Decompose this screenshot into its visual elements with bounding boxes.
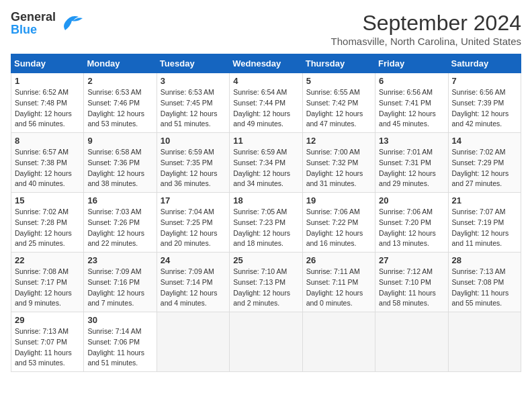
day-detail: Sunrise: 7:11 AM Sunset: 7:11 PM Dayligh… bbox=[306, 267, 371, 309]
calendar-day-cell: 16 Sunrise: 7:03 AM Sunset: 7:26 PM Dayl… bbox=[84, 193, 157, 253]
day-number: 18 bbox=[233, 195, 298, 205]
calendar-day-cell bbox=[302, 312, 375, 372]
day-number: 9 bbox=[87, 136, 152, 146]
calendar-day-header: Monday bbox=[84, 54, 157, 73]
calendar-day-cell: 15 Sunrise: 7:02 AM Sunset: 7:28 PM Dayl… bbox=[11, 193, 84, 253]
calendar-day-header: Wednesday bbox=[230, 54, 302, 73]
logo: General Blue bbox=[11, 11, 84, 36]
calendar-day-cell: 3 Sunrise: 6:53 AM Sunset: 7:45 PM Dayli… bbox=[157, 73, 229, 133]
day-detail: Sunrise: 6:58 AM Sunset: 7:36 PM Dayligh… bbox=[87, 147, 152, 189]
day-detail: Sunrise: 7:09 AM Sunset: 7:14 PM Dayligh… bbox=[161, 267, 226, 309]
calendar-day-cell: 7 Sunrise: 6:56 AM Sunset: 7:39 PM Dayli… bbox=[448, 73, 521, 133]
calendar-day-cell: 21 Sunrise: 7:07 AM Sunset: 7:19 PM Dayl… bbox=[448, 193, 521, 253]
day-number: 14 bbox=[452, 136, 517, 146]
calendar-day-cell: 19 Sunrise: 7:06 AM Sunset: 7:22 PM Dayl… bbox=[302, 193, 375, 253]
calendar-day-cell bbox=[157, 312, 229, 372]
calendar-day-header: Tuesday bbox=[157, 54, 229, 73]
day-number: 27 bbox=[379, 255, 444, 265]
calendar-day-cell: 20 Sunrise: 7:06 AM Sunset: 7:20 PM Dayl… bbox=[375, 193, 448, 253]
calendar-header-row: SundayMondayTuesdayWednesdayThursdayFrid… bbox=[11, 54, 521, 73]
calendar-day-header: Thursday bbox=[302, 54, 375, 73]
day-number: 13 bbox=[379, 136, 444, 146]
day-number: 20 bbox=[379, 195, 444, 205]
day-detail: Sunrise: 7:05 AM Sunset: 7:23 PM Dayligh… bbox=[233, 207, 298, 249]
day-number: 8 bbox=[15, 136, 80, 146]
day-detail: Sunrise: 6:56 AM Sunset: 7:41 PM Dayligh… bbox=[379, 87, 444, 130]
calendar-week-row: 8 Sunrise: 6:57 AM Sunset: 7:38 PM Dayli… bbox=[11, 133, 521, 193]
calendar-day-cell: 17 Sunrise: 7:04 AM Sunset: 7:25 PM Dayl… bbox=[157, 193, 229, 253]
day-detail: Sunrise: 6:59 AM Sunset: 7:35 PM Dayligh… bbox=[161, 147, 226, 189]
page-header: General Blue September 2024 Thomasville,… bbox=[11, 11, 521, 47]
day-number: 3 bbox=[161, 76, 226, 86]
day-detail: Sunrise: 7:08 AM Sunset: 7:17 PM Dayligh… bbox=[15, 267, 80, 309]
day-number: 7 bbox=[452, 76, 517, 86]
day-detail: Sunrise: 6:56 AM Sunset: 7:39 PM Dayligh… bbox=[452, 87, 517, 130]
day-detail: Sunrise: 7:00 AM Sunset: 7:32 PM Dayligh… bbox=[306, 147, 371, 189]
calendar-day-cell: 24 Sunrise: 7:09 AM Sunset: 7:14 PM Dayl… bbox=[157, 253, 229, 312]
day-detail: Sunrise: 6:53 AM Sunset: 7:46 PM Dayligh… bbox=[87, 87, 152, 130]
day-number: 29 bbox=[15, 315, 80, 325]
page-title: September 2024 bbox=[331, 11, 521, 36]
calendar-day-cell: 4 Sunrise: 6:54 AM Sunset: 7:44 PM Dayli… bbox=[230, 73, 302, 133]
day-detail: Sunrise: 6:57 AM Sunset: 7:38 PM Dayligh… bbox=[15, 147, 80, 189]
calendar-day-cell: 28 Sunrise: 7:13 AM Sunset: 7:08 PM Dayl… bbox=[448, 253, 521, 312]
calendar-day-cell: 11 Sunrise: 6:59 AM Sunset: 7:34 PM Dayl… bbox=[230, 133, 302, 193]
calendar-day-cell: 9 Sunrise: 6:58 AM Sunset: 7:36 PM Dayli… bbox=[84, 133, 157, 193]
day-detail: Sunrise: 7:13 AM Sunset: 7:07 PM Dayligh… bbox=[15, 326, 80, 369]
day-detail: Sunrise: 6:52 AM Sunset: 7:48 PM Dayligh… bbox=[15, 87, 80, 130]
day-detail: Sunrise: 7:06 AM Sunset: 7:20 PM Dayligh… bbox=[379, 207, 444, 249]
calendar-day-cell bbox=[230, 312, 302, 372]
day-number: 21 bbox=[452, 195, 517, 205]
day-detail: Sunrise: 6:59 AM Sunset: 7:34 PM Dayligh… bbox=[233, 147, 298, 189]
day-number: 26 bbox=[306, 255, 371, 265]
calendar-week-row: 1 Sunrise: 6:52 AM Sunset: 7:48 PM Dayli… bbox=[11, 73, 521, 133]
day-number: 24 bbox=[161, 255, 226, 265]
day-number: 5 bbox=[306, 76, 371, 86]
day-detail: Sunrise: 7:07 AM Sunset: 7:19 PM Dayligh… bbox=[452, 207, 517, 249]
day-detail: Sunrise: 7:14 AM Sunset: 7:06 PM Dayligh… bbox=[87, 326, 152, 369]
day-number: 12 bbox=[306, 136, 371, 146]
calendar-day-cell: 23 Sunrise: 7:09 AM Sunset: 7:16 PM Dayl… bbox=[84, 253, 157, 312]
calendar-day-cell: 18 Sunrise: 7:05 AM Sunset: 7:23 PM Dayl… bbox=[230, 193, 302, 253]
calendar-week-row: 29 Sunrise: 7:13 AM Sunset: 7:07 PM Dayl… bbox=[11, 312, 521, 372]
day-detail: Sunrise: 6:54 AM Sunset: 7:44 PM Dayligh… bbox=[233, 87, 298, 130]
calendar-day-header: Sunday bbox=[11, 54, 84, 73]
day-number: 10 bbox=[161, 136, 226, 146]
calendar-week-row: 22 Sunrise: 7:08 AM Sunset: 7:17 PM Dayl… bbox=[11, 253, 521, 312]
calendar-day-cell: 5 Sunrise: 6:55 AM Sunset: 7:42 PM Dayli… bbox=[302, 73, 375, 133]
calendar-table: SundayMondayTuesdayWednesdayThursdayFrid… bbox=[11, 54, 521, 372]
day-number: 30 bbox=[87, 315, 152, 325]
day-detail: Sunrise: 7:02 AM Sunset: 7:28 PM Dayligh… bbox=[15, 207, 80, 249]
calendar-day-cell: 8 Sunrise: 6:57 AM Sunset: 7:38 PM Dayli… bbox=[11, 133, 84, 193]
day-number: 22 bbox=[15, 255, 80, 265]
day-number: 28 bbox=[452, 255, 517, 265]
calendar-day-cell: 12 Sunrise: 7:00 AM Sunset: 7:32 PM Dayl… bbox=[302, 133, 375, 193]
day-number: 25 bbox=[233, 255, 298, 265]
day-detail: Sunrise: 6:53 AM Sunset: 7:45 PM Dayligh… bbox=[161, 87, 226, 130]
day-number: 19 bbox=[306, 195, 371, 205]
day-number: 17 bbox=[161, 195, 226, 205]
calendar-day-cell: 13 Sunrise: 7:01 AM Sunset: 7:31 PM Dayl… bbox=[375, 133, 448, 193]
day-detail: Sunrise: 7:10 AM Sunset: 7:13 PM Dayligh… bbox=[233, 267, 298, 309]
title-block: September 2024 Thomasville, North Caroli… bbox=[331, 11, 521, 47]
day-detail: Sunrise: 7:06 AM Sunset: 7:22 PM Dayligh… bbox=[306, 207, 371, 249]
calendar-day-cell bbox=[448, 312, 521, 372]
day-detail: Sunrise: 7:09 AM Sunset: 7:16 PM Dayligh… bbox=[87, 267, 152, 309]
day-detail: Sunrise: 7:12 AM Sunset: 7:10 PM Dayligh… bbox=[379, 267, 444, 309]
day-number: 11 bbox=[233, 136, 298, 146]
day-number: 4 bbox=[233, 76, 298, 86]
day-detail: Sunrise: 7:13 AM Sunset: 7:08 PM Dayligh… bbox=[452, 267, 517, 309]
calendar-day-cell: 6 Sunrise: 6:56 AM Sunset: 7:41 PM Dayli… bbox=[375, 73, 448, 133]
logo-line1: General bbox=[11, 11, 56, 24]
calendar-day-header: Saturday bbox=[448, 54, 521, 73]
calendar-day-cell: 10 Sunrise: 6:59 AM Sunset: 7:35 PM Dayl… bbox=[157, 133, 229, 193]
day-detail: Sunrise: 7:03 AM Sunset: 7:26 PM Dayligh… bbox=[87, 207, 152, 249]
day-detail: Sunrise: 6:55 AM Sunset: 7:42 PM Dayligh… bbox=[306, 87, 371, 130]
day-number: 16 bbox=[87, 195, 152, 205]
calendar-day-cell: 1 Sunrise: 6:52 AM Sunset: 7:48 PM Dayli… bbox=[11, 73, 84, 133]
calendar-day-cell: 27 Sunrise: 7:12 AM Sunset: 7:10 PM Dayl… bbox=[375, 253, 448, 312]
day-number: 23 bbox=[87, 255, 152, 265]
day-detail: Sunrise: 7:01 AM Sunset: 7:31 PM Dayligh… bbox=[379, 147, 444, 189]
day-detail: Sunrise: 7:02 AM Sunset: 7:29 PM Dayligh… bbox=[452, 147, 517, 189]
calendar-week-row: 15 Sunrise: 7:02 AM Sunset: 7:28 PM Dayl… bbox=[11, 193, 521, 253]
